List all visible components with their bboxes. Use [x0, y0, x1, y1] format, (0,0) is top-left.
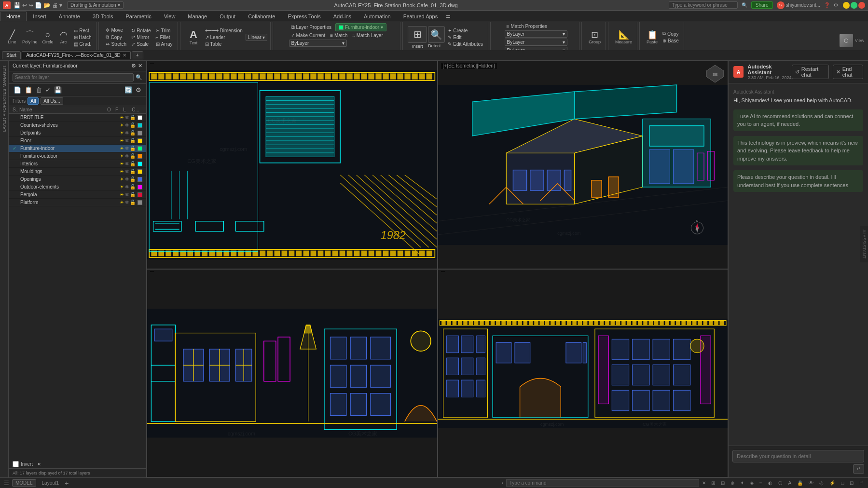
- layer-search-icon[interactable]: 🔍: [136, 74, 142, 81]
- detect-button[interactable]: 🔍: [428, 26, 445, 43]
- send-button[interactable]: ↵: [853, 464, 864, 474]
- hatch-button[interactable]: ⊞ Hatch: [72, 34, 94, 41]
- polar-toggle[interactable]: ✦: [739, 480, 745, 486]
- fillet-button[interactable]: ⌐ Fillet: [154, 34, 175, 41]
- annotation-scale[interactable]: A: [787, 480, 793, 486]
- quick-tools[interactable]: 💾 ↩ ↪ 📄 📂 🖨 ▾: [14, 2, 62, 9]
- filter-used[interactable]: All Us...: [41, 97, 63, 105]
- clean-screen[interactable]: □: [840, 480, 845, 486]
- share-btn[interactable]: Share: [751, 1, 773, 9]
- tab-output[interactable]: Output: [213, 12, 242, 21]
- viewport-controls[interactable]: ⊡: [848, 480, 855, 486]
- end-chat-button[interactable]: ✕ End chat: [833, 65, 863, 79]
- tab-home[interactable]: Home: [0, 12, 27, 21]
- layout1-btn[interactable]: Layout1: [39, 480, 62, 486]
- edit-attrs-button[interactable]: ✎ Edit Attributes: [446, 41, 485, 47]
- object-snap-toggle[interactable]: ◈: [748, 480, 755, 486]
- transparency-toggle[interactable]: ◐: [767, 480, 774, 486]
- layer-item[interactable]: Openings ☀ ❄ 🔓: [9, 176, 146, 183]
- tab-close-icon[interactable]: ✕: [123, 53, 126, 58]
- layer-item[interactable]: BRDTITLE ☀ ❄ 🔓: [9, 114, 146, 122]
- base-button[interactable]: ⊕ Base: [661, 38, 681, 44]
- tab-drawing[interactable]: AutoCAD-FY25_Fire-...—Book-Cafe_01_3D ✕: [22, 51, 131, 59]
- dimension-button[interactable]: ⟵⟶ Dimension: [203, 27, 245, 34]
- add-layout-btn[interactable]: +: [65, 479, 69, 487]
- open-icon[interactable]: 📂: [43, 2, 51, 9]
- rectangle-button[interactable]: ▭ Rect: [72, 27, 94, 34]
- group-button[interactable]: ⊡ Group: [587, 29, 603, 45]
- linear-dropdown[interactable]: Linear ▾: [246, 34, 268, 41]
- layer-item[interactable]: Furniture-outdoor ☀ ❄ 🔓: [9, 152, 146, 160]
- match-props-button[interactable]: ≡ Match Properties: [505, 23, 549, 29]
- delete-layer-icon[interactable]: 🗑: [35, 86, 43, 94]
- grid-toggle[interactable]: ⊟: [719, 480, 726, 486]
- layer-item[interactable]: Counters-shelves ☀ ❄ 🔓: [9, 122, 146, 129]
- collapse-icon[interactable]: «: [38, 461, 41, 467]
- viewport-top-left[interactable]: 1982: [147, 61, 438, 269]
- line-button[interactable]: ╱ Line: [5, 29, 19, 45]
- isolate-objects[interactable]: ◎: [818, 480, 825, 486]
- text-button[interactable]: A Text: [185, 28, 202, 46]
- create-block-button[interactable]: ✦ Create: [446, 27, 485, 34]
- layer-item[interactable]: Floor ☀ ❄ 🔓: [9, 137, 146, 145]
- tab-annotate[interactable]: Annotate: [53, 12, 86, 21]
- tab-featured-apps[interactable]: Featured Apps: [397, 12, 444, 21]
- tab-start[interactable]: Start: [2, 51, 21, 59]
- tab-manage[interactable]: Manage: [181, 12, 213, 21]
- restart-chat-button[interactable]: ↺ Restart chat: [792, 65, 829, 79]
- insert-button[interactable]: ⊞: [408, 26, 427, 43]
- tab-automation[interactable]: Automation: [358, 12, 397, 21]
- move-button[interactable]: ✥ Move: [104, 27, 128, 33]
- dropdown-quick-icon[interactable]: ▾: [59, 2, 62, 9]
- copy-button[interactable]: ⧉ Copy: [104, 34, 128, 41]
- undo-icon[interactable]: ↩: [22, 2, 27, 9]
- new-icon[interactable]: 📄: [35, 2, 42, 9]
- lineweight-toggle[interactable]: ≡: [758, 480, 764, 486]
- minimize-button[interactable]: [843, 2, 850, 9]
- view-cube[interactable]: ⬡: [840, 34, 853, 47]
- mirror-button[interactable]: ⇌ Mirror: [129, 34, 152, 41]
- layer-dropdown[interactable]: Furniture-indoor ▾: [335, 23, 386, 31]
- viewport-bottom-left[interactable]: cgmszj.com CG美术之家: [147, 269, 438, 477]
- layer-manager-side-tab[interactable]: LAYER PROPERTIES MANAGER: [1, 63, 8, 135]
- tab-add-ins[interactable]: Add-ins: [327, 12, 358, 21]
- invert-checkbox[interactable]: [13, 461, 19, 467]
- command-input[interactable]: [506, 479, 699, 487]
- layer-item[interactable]: Outdoor-elements ☀ ❄ 🔓: [9, 183, 146, 191]
- new-layer-vp-icon[interactable]: 📋: [24, 86, 33, 94]
- paste-button[interactable]: 📋 Paste: [645, 29, 660, 45]
- tab-view[interactable]: View: [158, 12, 182, 21]
- properties-palette[interactable]: P: [858, 480, 864, 486]
- bylayer-color-select[interactable]: ByLayer▾: [505, 30, 567, 38]
- layer-close-icon[interactable]: ✕: [138, 63, 142, 69]
- bylayer-line-select[interactable]: ByLayer▾: [505, 39, 567, 46]
- workspace-lock-icon[interactable]: 🔒: [796, 480, 804, 486]
- edit-block-button[interactable]: ✎ Edit: [446, 34, 485, 41]
- leader-button[interactable]: ↗ Leader: [203, 34, 245, 41]
- polyline-button[interactable]: ⌒ Polyline: [20, 29, 40, 45]
- layer-settings-icon2[interactable]: ⚙: [135, 86, 142, 94]
- snap-toggle[interactable]: ⊞: [710, 480, 716, 486]
- scale-button[interactable]: ⤢ Scale: [129, 41, 152, 47]
- tab-parametric[interactable]: Parametric: [120, 12, 158, 21]
- layer-search-input[interactable]: [13, 73, 134, 81]
- gradient-button[interactable]: ▤ Grad.: [72, 41, 94, 47]
- layer-item[interactable]: Pergola ☀ ❄ 🔓: [9, 191, 146, 199]
- layer-item[interactable]: ✓ Furniture-indoor ☀ ❄ 🔓: [9, 145, 146, 152]
- tab-new[interactable]: +: [132, 51, 143, 59]
- user-profile[interactable]: S shiyamdev.srit...: [777, 1, 821, 9]
- filter-all[interactable]: All: [28, 97, 39, 105]
- table-button[interactable]: ⊟ Table: [203, 41, 245, 47]
- ribbon-menu-icon[interactable]: ☰: [446, 14, 451, 21]
- viewport-top-right[interactable]: N cgmszj.com CG美术之家 [+]SE Isometric][Hid…: [438, 61, 729, 269]
- model-btn[interactable]: MODEL: [12, 479, 36, 487]
- settings-icon[interactable]: ⚙: [834, 2, 838, 8]
- copy-clipboard-button[interactable]: ⧉ Copy: [661, 30, 681, 37]
- viewport-bottom-right[interactable]: cgmszj.com CG美术之家: [438, 269, 729, 477]
- layer-settings-icon[interactable]: ⚙: [131, 63, 136, 69]
- trim-button[interactable]: ✂ Trim: [154, 27, 175, 34]
- tab-collaborate[interactable]: Collaborate: [242, 12, 281, 21]
- hardware-accel[interactable]: ⚡: [828, 480, 837, 486]
- rotate-button[interactable]: ↻ Rotate: [129, 27, 152, 34]
- stretch-button[interactable]: ⇔ Stretch: [104, 41, 128, 47]
